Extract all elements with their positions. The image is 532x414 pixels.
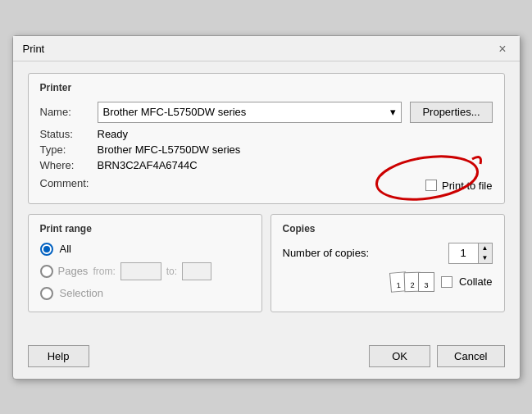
close-button[interactable]: × xyxy=(495,43,509,56)
title-bar: Print × xyxy=(13,36,520,61)
collate-row: 1 2 3 Collate xyxy=(283,272,493,292)
pages-from-input[interactable] xyxy=(120,262,161,280)
dialog-title: Print xyxy=(23,43,45,55)
all-radio-label: All xyxy=(60,243,71,255)
properties-button[interactable]: Properties... xyxy=(410,102,492,123)
where-label: Where: xyxy=(40,159,98,171)
pages-radio-item[interactable]: Pages from: to: xyxy=(40,262,250,280)
print-to-file-label: Print to file xyxy=(442,180,492,192)
printer-name-dropdown[interactable]: Brother MFC-L5750DW series ▾ xyxy=(98,102,402,123)
footer: Help OK Cancel xyxy=(13,345,520,379)
print-dialog: Print × Printer Name: Brother MFC-L5750D… xyxy=(12,35,521,380)
copies-number-input[interactable] xyxy=(448,243,478,264)
pages-radio-label: Pages xyxy=(58,265,89,277)
print-range-section: Print range All Pages from: to: xyxy=(28,214,262,312)
print-to-file-row: Print to file xyxy=(425,180,492,192)
to-label: to: xyxy=(166,266,177,277)
copies-increment-button[interactable]: ▲ xyxy=(479,243,492,253)
comment-label: Comment: xyxy=(40,177,98,189)
number-of-copies-row: Number of copies: ▲ ▼ xyxy=(283,243,493,264)
from-label: from: xyxy=(93,266,115,277)
cancel-button[interactable]: Cancel xyxy=(437,345,504,367)
print-to-file-checkbox[interactable] xyxy=(425,180,437,191)
copies-section: Copies Number of copies: ▲ ▼ xyxy=(271,214,505,312)
collate-pages-icon: 1 2 3 xyxy=(390,272,434,292)
copies-title: Copies xyxy=(283,223,493,234)
status-label: Status: xyxy=(40,128,98,140)
copies-controls: Number of copies: ▲ ▼ xyxy=(283,243,493,292)
printer-section: Printer Name: Brother MFC-L5750DW series… xyxy=(28,73,505,204)
dropdown-arrow-icon: ▾ xyxy=(390,106,396,118)
footer-right: OK Cancel xyxy=(369,345,504,367)
type-value: Brother MFC-L5750DW series xyxy=(98,143,241,156)
bottom-sections: Print range All Pages from: to: xyxy=(28,214,505,322)
copies-input-wrap: ▲ ▼ xyxy=(448,243,493,264)
type-label: Type: xyxy=(40,143,98,156)
page-icon-3: 3 xyxy=(418,272,434,292)
number-of-copies-label: Number of copies: xyxy=(283,247,442,259)
collate-checkbox[interactable] xyxy=(441,276,452,288)
copies-decrement-button[interactable]: ▼ xyxy=(479,253,492,263)
all-radio-button[interactable] xyxy=(40,243,53,256)
dialog-body: Printer Name: Brother MFC-L5750DW series… xyxy=(13,61,520,345)
all-radio-item[interactable]: All xyxy=(40,243,250,256)
ok-button[interactable]: OK xyxy=(369,345,430,367)
pages-to-input[interactable] xyxy=(182,262,211,280)
help-button[interactable]: Help xyxy=(28,345,89,367)
printer-section-title: Printer xyxy=(40,82,493,93)
name-label: Name: xyxy=(40,106,98,118)
selection-radio-item[interactable]: Selection xyxy=(40,287,250,300)
collate-label: Collate xyxy=(459,275,492,288)
where-value: BRN3C2AF4A6744C xyxy=(98,159,198,171)
selection-radio-button[interactable] xyxy=(40,287,53,300)
print-range-title: Print range xyxy=(40,223,250,234)
status-value: Ready xyxy=(98,128,129,140)
printer-name-value: Brother MFC-L5750DW series xyxy=(103,106,247,118)
selection-radio-label: Selection xyxy=(60,287,103,299)
print-range-options: All Pages from: to: Selection xyxy=(40,243,250,300)
copies-spinners: ▲ ▼ xyxy=(478,243,493,264)
pages-radio-button[interactable] xyxy=(40,265,53,278)
